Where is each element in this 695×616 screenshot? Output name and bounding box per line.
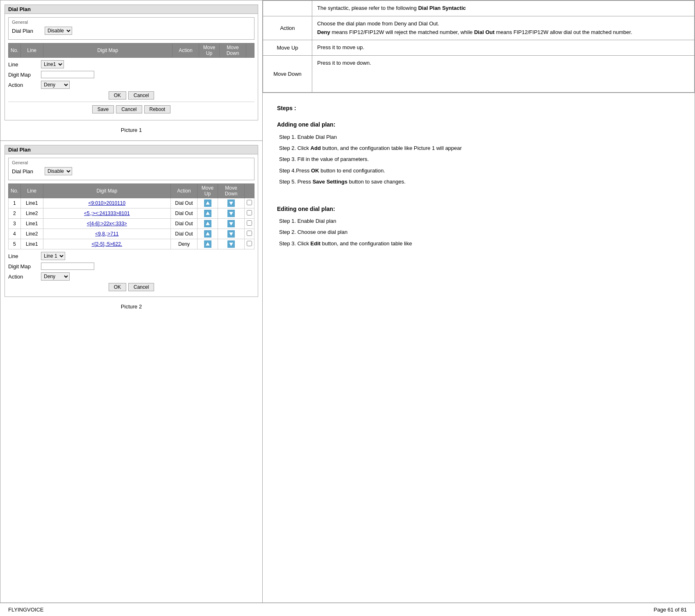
movedown-btn[interactable] [227,199,235,207]
footer-brand: FLYINGVOICE [8,607,43,613]
edit-step-1: Step 1. Enable Dial plan [279,216,680,226]
cell-check[interactable] [245,219,254,229]
form2-digit-row: Digit Map [8,263,254,270]
info-label-syntactic [263,1,312,16]
main-content: Dial Plan General Dial Plan Disable Enab… [0,0,695,603]
movedown-btn[interactable] [227,210,235,217]
th-no-2: No. [9,184,21,198]
row-checkbox[interactable] [247,231,252,236]
table-row: 5 Line1 <[2-5],:5>622. Deny [9,239,254,249]
reboot-btn-1[interactable]: Reboot [144,105,171,113]
row-checkbox[interactable] [247,220,252,226]
movedown-btn[interactable] [227,220,235,227]
table-row: 3 Line1 <[4-6]:>22x<:333> Dial Out [9,219,254,229]
moveup-btn[interactable] [204,220,211,227]
cell-check[interactable] [245,198,254,208]
svg-marker-6 [206,232,210,235]
moveup-btn[interactable] [204,199,211,207]
form1-digit-control[interactable] [41,71,94,78]
table-row: 4 Line2 <9,8,;>711 Dial Out [9,229,254,239]
page-wrapper: Dial Plan General Dial Plan Disable Enab… [0,0,695,616]
cell-moveup[interactable] [198,239,218,249]
th-check-2 [245,184,254,198]
svg-marker-4 [206,222,210,225]
movedown-btn[interactable] [227,240,235,248]
add-step-3: Step 3. Fill in the value of parameters. [279,154,680,164]
dial-plan-control-2[interactable]: Disable Enable [45,167,72,175]
info-desc-action: Choose the dial plan mode from Deny and … [312,16,695,40]
cell-check[interactable] [245,239,254,249]
svg-marker-3 [229,212,233,215]
svg-marker-8 [206,242,210,245]
cell-check[interactable] [245,229,254,239]
cell-no: 3 [9,219,21,229]
cell-movedown[interactable] [218,239,245,249]
steps-content: Steps : Adding one dial plan: Step 1. En… [271,99,686,254]
picture1-label: Picture 1 [5,124,258,136]
th-digit-1: Digit Map [43,43,172,58]
form1-line-select[interactable]: Line1 Line2 [41,60,64,68]
dial-plan-box-1: Dial Plan General Dial Plan Disable Enab… [5,5,258,120]
info-table: The syntactic, please refer to the follo… [263,0,695,93]
row-checkbox[interactable] [247,200,252,205]
form2-ok-btn[interactable]: OK [109,283,126,291]
form2-cancel-btn[interactable]: Cancel [128,283,154,291]
info-row-action: Action Choose the dial plan mode from De… [263,16,695,40]
save-btn-1[interactable]: Save [92,105,114,113]
info-desc-syntactic: The syntactic, please refer to the follo… [312,1,695,16]
dial-table-2: No. Line Digit Map Action Move Up Move D… [8,183,254,249]
cell-action: Dial Out [171,198,198,208]
cell-moveup[interactable] [198,198,218,208]
form1-line-label: Line [8,61,41,68]
info-row-syntactic: The syntactic, please refer to the follo… [263,1,695,16]
cell-movedown[interactable] [218,198,245,208]
dial-plan-title-2: Dial Plan [5,145,258,154]
cell-check[interactable] [245,208,254,219]
add-step-1: Step 1. Enable Dial Plan [279,132,680,142]
cell-line: Line2 [20,229,43,239]
form2-line-control[interactable]: Line 1 Line 2 [41,252,65,260]
form2-action-select[interactable]: Deny Dial Out [41,272,70,281]
top-right-info: The syntactic, please refer to the follo… [263,0,695,93]
form1-save-row: Save Cancel Reboot [8,102,254,117]
form2-line-select[interactable]: Line 1 Line 2 [41,252,65,260]
form1-cancel-btn[interactable]: Cancel [128,91,154,100]
moveup-btn[interactable] [204,210,211,217]
cell-moveup[interactable] [198,219,218,229]
svg-marker-5 [229,222,233,225]
cell-movedown[interactable] [218,219,245,229]
cell-digit: <9,8,;>711 [43,229,170,239]
form2-action-label: Action [8,274,41,280]
cell-movedown[interactable] [218,229,245,239]
cell-moveup[interactable] [198,229,218,239]
form1-line-control[interactable]: Line1 Line2 [41,60,64,68]
movedown-btn[interactable] [227,230,235,238]
form1-action-control[interactable]: Deny Dial Out [41,81,70,89]
form1-action-select[interactable]: Deny Dial Out [41,81,70,89]
form2-digit-control[interactable] [41,263,94,270]
moveup-btn[interactable] [204,240,211,248]
th-digit-2: Digit Map [43,184,170,198]
cell-moveup[interactable] [198,208,218,219]
dial-plan-select-1[interactable]: Disable Enable [45,27,72,35]
add-step-4: Step 4.Press OK button to end configurat… [279,166,680,175]
dial-plan-control-1[interactable]: Disable Enable [45,27,72,35]
form1-line-row: Line Line1 Line2 [8,60,254,68]
form1-ok-btn[interactable]: OK [109,91,126,100]
form2-action-control[interactable]: Deny Dial Out [41,272,70,281]
form1-ok-cancel: OK Cancel [8,91,254,100]
form1-digit-input[interactable] [41,71,94,78]
info-desc-movedown: Press it to move down. [312,56,695,93]
dial-plan-select-2[interactable]: Disable Enable [45,167,72,175]
cell-line: Line1 [20,219,43,229]
cell-movedown[interactable] [218,208,245,219]
form2-digit-input[interactable] [41,263,94,270]
cell-action: Deny [171,239,198,249]
form2-action-row: Action Deny Dial Out [8,272,254,281]
row-checkbox[interactable] [247,210,252,215]
form2-line-row: Line Line 1 Line 2 [8,252,254,260]
moveup-btn[interactable] [204,230,211,238]
row-checkbox[interactable] [247,241,252,246]
cancel-btn-1[interactable]: Cancel [116,105,142,113]
dial-plan-body-2: General Dial Plan Disable Enable [5,154,258,297]
